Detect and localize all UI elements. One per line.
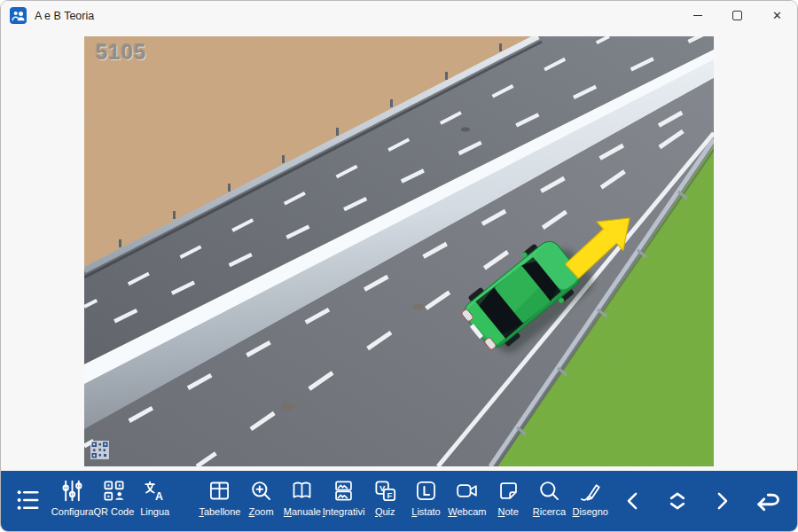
qr-code-icon xyxy=(102,479,126,503)
toolbar-item-label: Configura xyxy=(51,506,94,517)
true-false-icon: V F xyxy=(373,479,397,503)
window-title: A e B Teoria xyxy=(35,10,94,22)
svg-text:F: F xyxy=(387,490,392,500)
toolbar-item-ricerca[interactable]: Ricerca xyxy=(528,471,569,531)
toolbar-item-lingua[interactable]: A Lingua xyxy=(135,471,176,531)
close-icon: ✕ xyxy=(772,10,782,21)
return-arrow-icon xyxy=(750,485,782,517)
manhole-1 xyxy=(412,304,425,310)
chevron-up-down-icon xyxy=(664,488,691,514)
sliders-icon xyxy=(60,479,84,503)
previous-button[interactable] xyxy=(611,488,655,514)
maximize-icon xyxy=(732,11,742,20)
window-controls: ✕ xyxy=(677,1,797,30)
toolbar-item-label: Note xyxy=(498,506,519,517)
question-image: 5105 xyxy=(84,36,714,466)
open-book-icon xyxy=(290,479,314,503)
toolbar-item-webcam[interactable]: Webcam xyxy=(447,471,488,531)
expand-button[interactable] xyxy=(655,488,700,514)
toolbar-item-note[interactable]: Note xyxy=(488,471,528,531)
maximize-button[interactable] xyxy=(717,1,757,30)
close-button[interactable]: ✕ xyxy=(757,1,797,30)
zoom-in-icon xyxy=(249,479,273,503)
toolbar-item-disegno[interactable]: Disegno xyxy=(570,471,611,531)
note-page-icon xyxy=(497,479,520,503)
toolbar-item-listato[interactable]: Listato xyxy=(405,471,446,531)
title-bar: A e B Teoria ✕ xyxy=(1,1,797,30)
chevron-right-icon xyxy=(708,488,735,514)
toolbar-item-label: Tabellone xyxy=(199,506,240,517)
toolbar-item-label: Manuale xyxy=(284,506,321,517)
content-area: 5105 xyxy=(1,30,797,471)
list-menu-icon xyxy=(14,487,41,513)
toolbar-item-label: Webcam xyxy=(448,506,486,517)
toolbar-item-label: Disegno xyxy=(573,506,608,517)
bottom-toolbar: Configura QR Code A Lingua xyxy=(1,471,797,531)
toolbar-item-label: Lingua xyxy=(140,506,169,517)
toolbar-item-zoom[interactable]: Zoom xyxy=(240,471,281,531)
toolbar-item-label: Zoom xyxy=(249,506,274,517)
search-icon xyxy=(537,479,561,503)
road-mark xyxy=(461,128,470,132)
next-button[interactable] xyxy=(700,488,744,514)
manhole-2 xyxy=(281,403,295,410)
toolbar-item-qr-code[interactable]: QR Code xyxy=(93,471,134,531)
app-people-icon xyxy=(10,7,27,24)
svg-text:A: A xyxy=(155,490,163,503)
video-camera-icon xyxy=(455,479,479,503)
minimize-button[interactable] xyxy=(677,1,717,30)
question-number: 5105 xyxy=(96,40,146,65)
toolbar-item-label: QR Code xyxy=(93,506,134,517)
letter-l-box-icon xyxy=(414,479,438,503)
toolbar-item-label: Quiz xyxy=(375,506,395,517)
toolbar-item-menu[interactable] xyxy=(3,471,51,531)
navigation-group xyxy=(611,471,795,531)
toolbar-item-manuale[interactable]: Manuale xyxy=(282,471,323,531)
translate-icon: A xyxy=(143,479,167,503)
toolbar-item-configura[interactable]: Configura xyxy=(51,471,93,531)
chevron-left-icon xyxy=(620,488,646,514)
pen-draw-icon xyxy=(578,479,602,503)
return-button[interactable] xyxy=(744,485,788,517)
toolbar-item-label: Integrativi xyxy=(323,506,365,517)
app-window: A e B Teoria ✕ xyxy=(0,0,798,532)
grid-board-icon xyxy=(207,479,231,503)
minimize-icon xyxy=(693,15,702,16)
toolbar-item-integrativi[interactable]: Integrativi xyxy=(323,471,364,531)
toolbar-group-spacer xyxy=(176,471,200,531)
toolbar-item-label: Ricerca xyxy=(533,506,566,517)
toolbar-item-quiz[interactable]: V F Quiz xyxy=(364,471,405,531)
qr-code-watermark-icon xyxy=(90,441,109,459)
toolbar-item-label: Listato xyxy=(411,506,440,517)
highway-scene xyxy=(84,36,714,466)
stacked-images-icon xyxy=(332,479,356,503)
toolbar-item-tabellone[interactable]: Tabellone xyxy=(199,471,240,531)
